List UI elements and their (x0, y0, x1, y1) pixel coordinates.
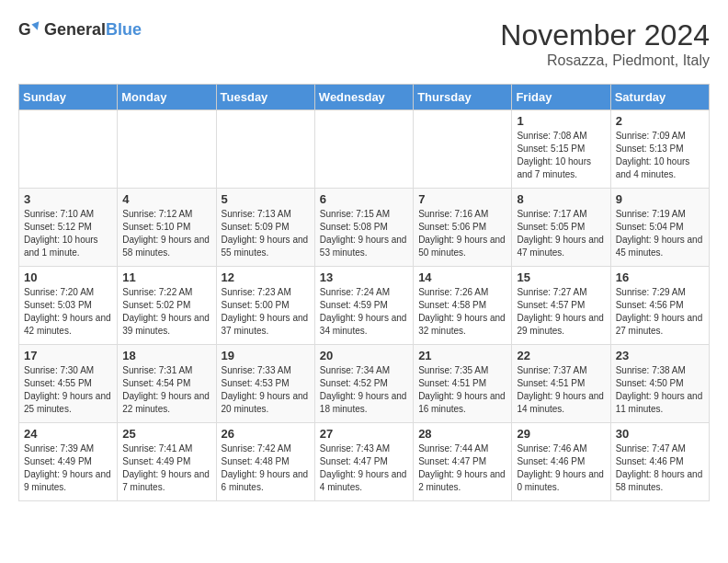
day-number: 8 (517, 192, 605, 206)
calendar-cell (216, 110, 314, 189)
calendar-cell: 29Sunrise: 7:46 AMSunset: 4:46 PMDayligh… (512, 423, 610, 501)
day-info: Sunrise: 7:19 AMSunset: 5:04 PMDaylight:… (616, 208, 704, 259)
day-info: Sunrise: 7:17 AMSunset: 5:05 PMDaylight:… (517, 208, 605, 259)
day-info: Sunrise: 7:43 AMSunset: 4:47 PMDaylight:… (320, 442, 408, 494)
logo-blue: Blue (106, 20, 142, 39)
day-number: 1 (517, 114, 605, 128)
day-info: Sunrise: 7:27 AMSunset: 4:57 PMDaylight:… (517, 286, 605, 338)
calendar-cell: 12Sunrise: 7:23 AMSunset: 5:00 PMDayligh… (216, 267, 314, 345)
day-info: Sunrise: 7:41 AMSunset: 4:49 PMDaylight:… (122, 442, 210, 494)
weekday-header-saturday: Saturday (610, 85, 709, 110)
calendar-week-5: 24Sunrise: 7:39 AMSunset: 4:49 PMDayligh… (19, 423, 710, 501)
day-info: Sunrise: 7:39 AMSunset: 4:49 PMDaylight:… (24, 442, 112, 494)
calendar-cell: 30Sunrise: 7:47 AMSunset: 4:46 PMDayligh… (610, 423, 709, 501)
day-number: 28 (418, 427, 506, 441)
day-number: 18 (122, 349, 210, 362)
location-subtitle: Rosazza, Piedmont, Italy (500, 52, 710, 69)
svg-text:G: G (18, 20, 31, 39)
calendar-week-2: 3Sunrise: 7:10 AMSunset: 5:12 PMDaylight… (19, 189, 710, 267)
day-number: 14 (418, 270, 506, 284)
day-info: Sunrise: 7:38 AMSunset: 4:50 PMDaylight:… (616, 364, 704, 416)
logo: G GeneralBlue (18, 18, 142, 40)
day-info: Sunrise: 7:35 AMSunset: 4:51 PMDaylight:… (418, 364, 506, 416)
calendar-table: SundayMondayTuesdayWednesdayThursdayFrid… (18, 84, 710, 501)
calendar-cell: 11Sunrise: 7:22 AMSunset: 5:02 PMDayligh… (118, 267, 216, 345)
day-info: Sunrise: 7:42 AMSunset: 4:48 PMDaylight:… (222, 442, 310, 494)
day-number: 22 (517, 349, 605, 362)
day-number: 20 (320, 349, 408, 362)
day-number: 23 (616, 349, 704, 362)
calendar-cell: 24Sunrise: 7:39 AMSunset: 4:49 PMDayligh… (19, 423, 118, 501)
day-info: Sunrise: 7:08 AMSunset: 5:15 PMDaylight:… (517, 130, 605, 181)
day-info: Sunrise: 7:16 AMSunset: 5:06 PMDaylight:… (418, 208, 506, 259)
day-number: 17 (24, 349, 112, 362)
day-number: 5 (222, 192, 310, 206)
svg-marker-1 (31, 21, 39, 30)
day-number: 19 (222, 349, 310, 362)
weekday-header-wednesday: Wednesday (314, 85, 413, 110)
day-info: Sunrise: 7:23 AMSunset: 5:00 PMDaylight:… (222, 286, 310, 338)
day-info: Sunrise: 7:46 AMSunset: 4:46 PMDaylight:… (517, 442, 605, 494)
day-number: 12 (222, 270, 310, 284)
calendar-cell: 10Sunrise: 7:20 AMSunset: 5:03 PMDayligh… (19, 267, 118, 345)
day-number: 9 (616, 192, 704, 206)
calendar-cell: 17Sunrise: 7:30 AMSunset: 4:55 PMDayligh… (19, 345, 118, 423)
calendar-cell: 7Sunrise: 7:16 AMSunset: 5:06 PMDaylight… (414, 189, 512, 267)
day-info: Sunrise: 7:33 AMSunset: 4:53 PMDaylight:… (222, 364, 310, 416)
day-number: 7 (418, 192, 506, 206)
day-info: Sunrise: 7:31 AMSunset: 4:54 PMDaylight:… (122, 364, 210, 416)
calendar-cell: 14Sunrise: 7:26 AMSunset: 4:58 PMDayligh… (414, 267, 512, 345)
title-area: November 2024 Rosazza, Piedmont, Italy (500, 18, 710, 69)
calendar-cell: 21Sunrise: 7:35 AMSunset: 4:51 PMDayligh… (414, 345, 512, 423)
calendar-cell: 13Sunrise: 7:24 AMSunset: 4:59 PMDayligh… (314, 267, 413, 345)
calendar-cell: 25Sunrise: 7:41 AMSunset: 4:49 PMDayligh… (118, 423, 216, 501)
day-info: Sunrise: 7:47 AMSunset: 4:46 PMDaylight:… (616, 442, 704, 494)
calendar-cell (19, 110, 118, 189)
day-number: 27 (320, 427, 408, 441)
weekday-header-friday: Friday (512, 85, 610, 110)
calendar-cell: 20Sunrise: 7:34 AMSunset: 4:52 PMDayligh… (314, 345, 413, 423)
day-number: 11 (122, 270, 210, 284)
calendar-week-4: 17Sunrise: 7:30 AMSunset: 4:55 PMDayligh… (19, 345, 710, 423)
day-number: 3 (24, 192, 112, 206)
day-number: 15 (517, 270, 605, 284)
day-number: 29 (517, 427, 605, 441)
day-number: 13 (320, 270, 408, 284)
calendar-cell: 22Sunrise: 7:37 AMSunset: 4:51 PMDayligh… (512, 345, 610, 423)
weekday-header-tuesday: Tuesday (216, 85, 314, 110)
day-number: 21 (418, 349, 506, 362)
calendar-cell: 16Sunrise: 7:29 AMSunset: 4:56 PMDayligh… (610, 267, 709, 345)
day-info: Sunrise: 7:44 AMSunset: 4:47 PMDaylight:… (418, 442, 506, 494)
weekday-header-monday: Monday (118, 85, 216, 110)
calendar-cell: 9Sunrise: 7:19 AMSunset: 5:04 PMDaylight… (610, 189, 709, 267)
day-number: 2 (616, 114, 704, 128)
calendar-cell: 26Sunrise: 7:42 AMSunset: 4:48 PMDayligh… (216, 423, 314, 501)
calendar-cell: 18Sunrise: 7:31 AMSunset: 4:54 PMDayligh… (118, 345, 216, 423)
day-info: Sunrise: 7:37 AMSunset: 4:51 PMDaylight:… (517, 364, 605, 416)
calendar-cell: 5Sunrise: 7:13 AMSunset: 5:09 PMDaylight… (216, 189, 314, 267)
calendar-cell: 15Sunrise: 7:27 AMSunset: 4:57 PMDayligh… (512, 267, 610, 345)
calendar-cell (118, 110, 216, 189)
day-info: Sunrise: 7:10 AMSunset: 5:12 PMDaylight:… (24, 208, 112, 259)
day-info: Sunrise: 7:22 AMSunset: 5:02 PMDaylight:… (122, 286, 210, 338)
calendar-cell: 28Sunrise: 7:44 AMSunset: 4:47 PMDayligh… (414, 423, 512, 501)
calendar-week-1: 1Sunrise: 7:08 AMSunset: 5:15 PMDaylight… (19, 110, 710, 189)
day-number: 10 (24, 270, 112, 284)
day-info: Sunrise: 7:30 AMSunset: 4:55 PMDaylight:… (24, 364, 112, 416)
day-info: Sunrise: 7:29 AMSunset: 4:56 PMDaylight:… (616, 286, 704, 338)
day-number: 24 (24, 427, 112, 441)
day-info: Sunrise: 7:20 AMSunset: 5:03 PMDaylight:… (24, 286, 112, 338)
weekday-header-sunday: Sunday (19, 85, 118, 110)
calendar-cell: 6Sunrise: 7:15 AMSunset: 5:08 PMDaylight… (314, 189, 413, 267)
calendar-week-3: 10Sunrise: 7:20 AMSunset: 5:03 PMDayligh… (19, 267, 710, 345)
calendar-cell (314, 110, 413, 189)
day-number: 16 (616, 270, 704, 284)
calendar-cell: 27Sunrise: 7:43 AMSunset: 4:47 PMDayligh… (314, 423, 413, 501)
logo-icon: G (18, 18, 40, 40)
calendar-cell: 19Sunrise: 7:33 AMSunset: 4:53 PMDayligh… (216, 345, 314, 423)
day-info: Sunrise: 7:26 AMSunset: 4:58 PMDaylight:… (418, 286, 506, 338)
day-info: Sunrise: 7:15 AMSunset: 5:08 PMDaylight:… (320, 208, 408, 259)
calendar-cell (414, 110, 512, 189)
day-number: 26 (222, 427, 310, 441)
day-number: 25 (122, 427, 210, 441)
